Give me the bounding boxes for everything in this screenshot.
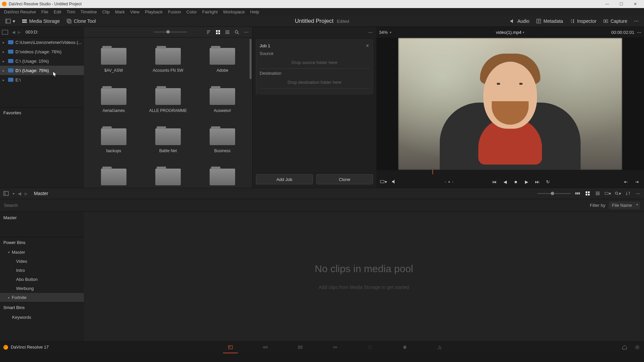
pool-sidebar-toggle[interactable] <box>3 190 9 197</box>
home-button[interactable] <box>621 344 628 351</box>
sidebar-toggle-icon[interactable] <box>2 30 8 35</box>
folder-item[interactable]: $AV_ASW <box>87 41 140 80</box>
pool-thumb-slider[interactable] <box>537 193 571 194</box>
menu-fairlight[interactable]: Fairlight <box>200 9 220 14</box>
layout-dropdown-button[interactable]: ▾ <box>2 17 18 25</box>
search-button[interactable] <box>233 29 240 36</box>
media-storage-button[interactable]: Media Storage <box>18 17 63 25</box>
menu-workspace[interactable]: Workspace <box>220 9 248 14</box>
page-deliver-button[interactable] <box>436 343 444 351</box>
page-fairlight-button[interactable] <box>401 343 409 351</box>
folder-item[interactable]: AeriaGames <box>87 81 140 120</box>
menu-file[interactable]: File <box>39 9 51 14</box>
menu-view[interactable]: View <box>127 9 142 14</box>
page-fusion-button[interactable] <box>331 343 339 351</box>
inspector-panel-button[interactable]: Inspector <box>567 17 600 25</box>
drive-tree-item[interactable]: ▸D:\ (Usage: 75%) <box>0 66 84 75</box>
power-bin-item[interactable]: ▾Master <box>0 248 84 257</box>
pool-search-button[interactable]: ▾ <box>614 190 621 197</box>
stop-button[interactable]: ■ <box>512 178 520 185</box>
in-out-button[interactable]: ⇥ <box>633 178 641 185</box>
chevron-down-icon[interactable]: ▾ <box>13 192 14 195</box>
page-color-button[interactable] <box>366 343 374 351</box>
viewer-mode-button[interactable]: ▾ <box>380 178 387 185</box>
page-cut-button[interactable] <box>261 343 269 351</box>
viewer-canvas[interactable] <box>376 38 644 170</box>
menu-davinci[interactable]: DaVinci Resolve <box>1 9 39 14</box>
folder-item[interactable]: Battle Net <box>142 121 195 160</box>
menu-clip[interactable]: Clip <box>100 9 112 14</box>
folder-item[interactable]: backups <box>87 121 140 160</box>
browser-more-button[interactable]: ⋯ <box>243 29 250 36</box>
thumbnail-size-slider[interactable] <box>154 32 187 33</box>
clone-job-close-button[interactable]: ✕ <box>366 43 369 48</box>
viewer-nav-dots[interactable]: ‹●› <box>445 180 453 184</box>
jump-last-button[interactable]: ⏭ <box>534 178 541 185</box>
chevron-down-icon[interactable]: ▾ <box>390 31 391 34</box>
folder-item[interactable]: Business <box>196 121 249 160</box>
folder-item[interactable]: Adobe <box>196 41 249 80</box>
play-button[interactable]: ▶ <box>523 178 530 185</box>
more-menu-button[interactable]: ⋯ <box>631 17 642 25</box>
menu-color[interactable]: Color <box>184 9 200 14</box>
menu-help[interactable]: Help <box>248 9 262 14</box>
metadata-panel-button[interactable]: Metadata <box>533 17 566 25</box>
page-media-button[interactable] <box>226 343 234 351</box>
audio-panel-button[interactable]: Audio <box>506 17 533 25</box>
clone-button[interactable]: Clone <box>316 174 373 184</box>
drive-tree-item[interactable]: ▸E:\ <box>0 75 84 84</box>
list-view-button[interactable] <box>224 29 231 36</box>
menu-trim[interactable]: Trim <box>64 9 78 14</box>
loop-button[interactable]: ↻ <box>544 178 552 185</box>
capture-panel-button[interactable]: Capture <box>600 17 631 25</box>
viewer-more-button[interactable]: ⋯ <box>637 30 641 35</box>
power-bin-child[interactable]: Abo Button <box>0 275 84 284</box>
pool-grid-view-button[interactable] <box>584 190 591 197</box>
media-pool-search-input[interactable] <box>4 203 590 208</box>
path-back-button[interactable]: ◀ <box>12 30 15 35</box>
clone-tool-button[interactable]: Clone Tool <box>63 17 99 25</box>
jump-first-button[interactable]: ⏮ <box>491 178 498 185</box>
browser-scrollbar[interactable] <box>250 39 252 79</box>
pool-view-strip-button[interactable] <box>574 190 581 197</box>
volume-button[interactable] <box>390 178 398 185</box>
page-edit-button[interactable] <box>296 343 304 351</box>
folder-item[interactable]: custom logs <box>87 162 140 188</box>
menu-timeline[interactable]: Timeline <box>78 9 100 14</box>
step-back-button[interactable]: ◀ <box>501 178 509 185</box>
viewer-scrubber[interactable] <box>380 170 640 176</box>
drive-tree-item[interactable]: ▸C:\ (Usage: 15%) <box>0 56 84 66</box>
power-bin-child[interactable]: Video <box>0 257 84 266</box>
project-settings-button[interactable] <box>634 344 641 351</box>
window-close-button[interactable]: ✕ <box>629 1 642 7</box>
media-pool-area[interactable]: No clips in media pool Add clips from Me… <box>84 212 644 341</box>
smart-bin-item[interactable]: Keywords <box>0 313 84 322</box>
menu-edit[interactable]: Edit <box>51 9 64 14</box>
grid-view-button[interactable] <box>215 29 221 36</box>
drive-tree-item[interactable]: ▸D:\videos (Usage: 76%) <box>0 47 84 56</box>
playhead-marker[interactable] <box>432 170 433 174</box>
pool-list-view-button[interactable] <box>594 190 601 197</box>
bin-master-header[interactable]: Master <box>0 212 84 224</box>
add-job-button[interactable]: Add Job <box>256 174 313 184</box>
folder-item[interactable]: ALLE PROGRAMME <box>142 81 195 120</box>
folder-item[interactable]: data <box>142 162 195 188</box>
window-minimize-button[interactable]: — <box>600 1 614 7</box>
power-bin-child[interactable]: Intro <box>0 266 84 275</box>
menu-mark[interactable]: Mark <box>112 9 127 14</box>
clone-source-dropzone[interactable]: Drop source folder here <box>260 57 369 69</box>
viewer-zoom-value[interactable]: 34% <box>379 30 388 35</box>
pool-aspect-button[interactable]: ▾ <box>604 190 611 197</box>
pool-sort-button[interactable] <box>625 190 631 197</box>
filter-by-select[interactable]: File Name <box>609 201 640 209</box>
power-bin-child[interactable]: Werbung <box>0 284 84 293</box>
pool-more-button[interactable]: ⋯ <box>635 190 641 197</box>
chevron-down-icon[interactable]: ▾ <box>523 31 524 34</box>
menu-playback[interactable]: Playback <box>142 9 165 14</box>
drive-tree-item[interactable]: ▸C:\Users\Lizenznehmer\Videos (... <box>0 38 84 47</box>
sort-button[interactable] <box>205 29 212 36</box>
power-bin-item[interactable]: ▸Fortnite <box>0 293 84 302</box>
clone-more-button[interactable]: ⋯ <box>367 29 374 36</box>
pool-back-button[interactable]: ◀ <box>18 191 21 196</box>
folder-item[interactable]: Accounts FN SW <box>142 41 195 80</box>
